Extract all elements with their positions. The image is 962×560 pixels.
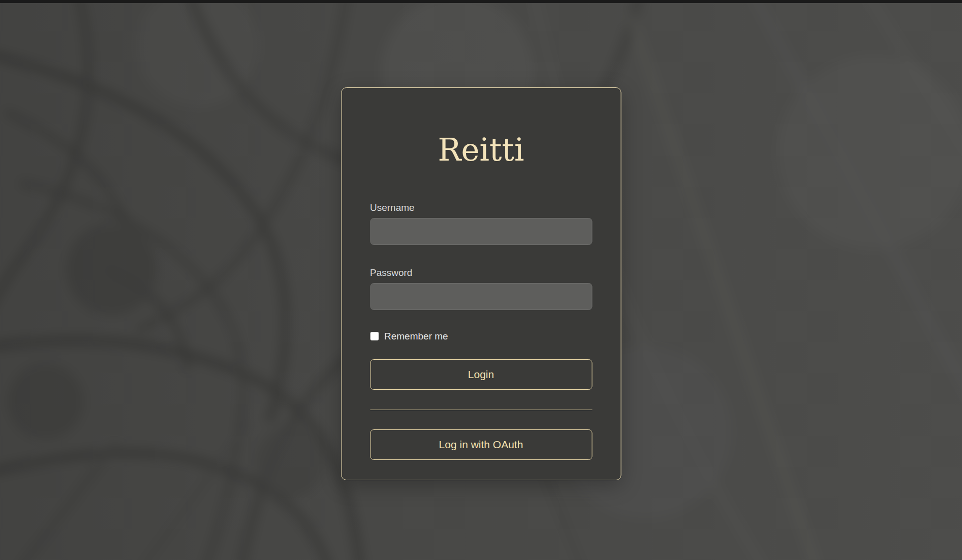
password-label: Password xyxy=(370,267,592,278)
remember-me-row: Remember me xyxy=(370,331,592,342)
app-title: Reitti xyxy=(370,132,592,168)
top-bar xyxy=(0,0,962,3)
remember-checkbox[interactable] xyxy=(370,332,379,340)
oauth-login-button[interactable]: Log in with OAuth xyxy=(370,429,592,460)
divider xyxy=(370,410,592,410)
password-input[interactable] xyxy=(370,283,592,310)
login-card: Reitti Username Password Remember me Log… xyxy=(341,87,621,480)
remember-label[interactable]: Remember me xyxy=(384,331,448,342)
username-label: Username xyxy=(370,202,592,213)
login-button[interactable]: Login xyxy=(370,359,592,390)
username-input[interactable] xyxy=(370,218,592,245)
